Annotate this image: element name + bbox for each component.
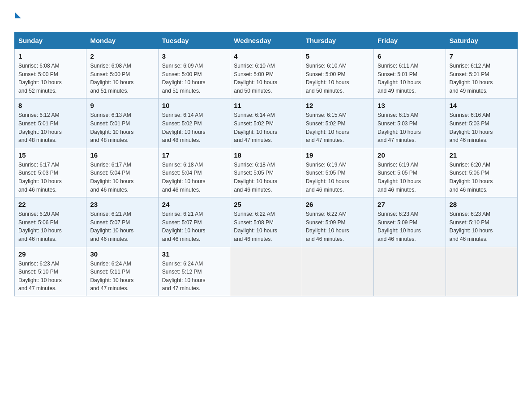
- day-info: Sunrise: 6:17 AMSunset: 5:04 PMDaylight:…: [90, 161, 154, 194]
- calendar-day-cell: 23Sunrise: 6:21 AMSunset: 5:07 PMDayligh…: [86, 197, 158, 247]
- day-info: Sunrise: 6:23 AMSunset: 5:10 PMDaylight:…: [450, 210, 514, 243]
- calendar-day-cell: 19Sunrise: 6:19 AMSunset: 5:05 PMDayligh…: [302, 148, 373, 197]
- day-info: Sunrise: 6:19 AMSunset: 5:05 PMDaylight:…: [378, 161, 442, 194]
- logo: [14, 11, 21, 24]
- day-number: 22: [18, 201, 82, 208]
- calendar-day-cell: 18Sunrise: 6:18 AMSunset: 5:05 PMDayligh…: [230, 148, 302, 197]
- day-number: 14: [450, 102, 514, 109]
- day-number: 20: [378, 151, 442, 159]
- calendar-day-cell: 11Sunrise: 6:14 AMSunset: 5:02 PMDayligh…: [230, 98, 302, 148]
- day-info: Sunrise: 6:12 AMSunset: 5:01 PMDaylight:…: [18, 111, 82, 144]
- calendar-day-cell: 16Sunrise: 6:17 AMSunset: 5:04 PMDayligh…: [86, 148, 158, 197]
- day-number: 27: [378, 201, 442, 208]
- calendar-day-cell: 1Sunrise: 6:08 AMSunset: 5:00 PMDaylight…: [15, 49, 86, 98]
- day-number: 12: [306, 102, 370, 109]
- day-number: 8: [18, 102, 82, 109]
- day-info: Sunrise: 6:11 AMSunset: 5:01 PMDaylight:…: [378, 62, 442, 95]
- calendar-table: SundayMondayTuesdayWednesdayThursdayFrid…: [14, 32, 518, 296]
- day-number: 24: [162, 201, 226, 208]
- calendar-day-cell: [230, 247, 302, 296]
- weekday-header-row: SundayMondayTuesdayWednesdayThursdayFrid…: [15, 32, 518, 49]
- calendar-day-cell: 22Sunrise: 6:20 AMSunset: 5:06 PMDayligh…: [15, 197, 86, 247]
- day-info: Sunrise: 6:23 AMSunset: 5:10 PMDaylight:…: [18, 260, 82, 293]
- calendar-day-cell: 5Sunrise: 6:10 AMSunset: 5:00 PMDaylight…: [302, 49, 373, 98]
- day-info: Sunrise: 6:14 AMSunset: 5:02 PMDaylight:…: [234, 111, 298, 144]
- day-number: 31: [162, 250, 226, 258]
- calendar-day-cell: 9Sunrise: 6:13 AMSunset: 5:01 PMDaylight…: [86, 98, 158, 148]
- day-info: Sunrise: 6:22 AMSunset: 5:08 PMDaylight:…: [234, 210, 298, 243]
- day-number: 13: [378, 102, 442, 109]
- day-number: 30: [90, 250, 154, 258]
- calendar-day-cell: 30Sunrise: 6:24 AMSunset: 5:11 PMDayligh…: [86, 247, 158, 296]
- weekday-header-wednesday: Wednesday: [230, 32, 302, 49]
- calendar-day-cell: [302, 247, 373, 296]
- day-info: Sunrise: 6:10 AMSunset: 5:00 PMDaylight:…: [306, 62, 370, 95]
- day-info: Sunrise: 6:22 AMSunset: 5:09 PMDaylight:…: [306, 210, 370, 243]
- day-number: 21: [450, 151, 514, 159]
- day-info: Sunrise: 6:20 AMSunset: 5:06 PMDaylight:…: [18, 210, 82, 243]
- calendar-day-cell: 4Sunrise: 6:10 AMSunset: 5:00 PMDaylight…: [230, 49, 302, 98]
- calendar-day-cell: 20Sunrise: 6:19 AMSunset: 5:05 PMDayligh…: [374, 148, 446, 197]
- calendar-day-cell: 25Sunrise: 6:22 AMSunset: 5:08 PMDayligh…: [230, 197, 302, 247]
- page-header: [14, 11, 518, 24]
- calendar-day-cell: 21Sunrise: 6:20 AMSunset: 5:06 PMDayligh…: [446, 148, 517, 197]
- weekday-header-tuesday: Tuesday: [158, 32, 230, 49]
- weekday-header-monday: Monday: [86, 32, 158, 49]
- calendar-day-cell: 14Sunrise: 6:16 AMSunset: 5:03 PMDayligh…: [446, 98, 517, 148]
- calendar-week-row: 8Sunrise: 6:12 AMSunset: 5:01 PMDaylight…: [15, 98, 518, 148]
- day-number: 11: [234, 102, 298, 109]
- day-info: Sunrise: 6:15 AMSunset: 5:02 PMDaylight:…: [306, 111, 370, 144]
- weekday-header-saturday: Saturday: [446, 32, 517, 49]
- calendar-day-cell: 7Sunrise: 6:12 AMSunset: 5:01 PMDaylight…: [446, 49, 517, 98]
- calendar-day-cell: 13Sunrise: 6:15 AMSunset: 5:03 PMDayligh…: [374, 98, 446, 148]
- calendar-day-cell: 15Sunrise: 6:17 AMSunset: 5:03 PMDayligh…: [15, 148, 86, 197]
- day-number: 16: [90, 151, 154, 159]
- day-info: Sunrise: 6:21 AMSunset: 5:07 PMDaylight:…: [90, 210, 154, 243]
- day-number: 23: [90, 201, 154, 208]
- day-info: Sunrise: 6:18 AMSunset: 5:04 PMDaylight:…: [162, 161, 226, 194]
- day-number: 10: [162, 102, 226, 109]
- day-info: Sunrise: 6:13 AMSunset: 5:01 PMDaylight:…: [90, 111, 154, 144]
- calendar-day-cell: 24Sunrise: 6:21 AMSunset: 5:07 PMDayligh…: [158, 197, 230, 247]
- day-info: Sunrise: 6:14 AMSunset: 5:02 PMDaylight:…: [162, 111, 226, 144]
- weekday-header-thursday: Thursday: [302, 32, 373, 49]
- calendar-day-cell: 12Sunrise: 6:15 AMSunset: 5:02 PMDayligh…: [302, 98, 373, 148]
- day-number: 6: [378, 52, 442, 60]
- day-info: Sunrise: 6:24 AMSunset: 5:12 PMDaylight:…: [162, 260, 226, 293]
- day-info: Sunrise: 6:10 AMSunset: 5:00 PMDaylight:…: [234, 62, 298, 95]
- day-info: Sunrise: 6:20 AMSunset: 5:06 PMDaylight:…: [450, 161, 514, 194]
- weekday-header-friday: Friday: [374, 32, 446, 49]
- calendar-day-cell: 17Sunrise: 6:18 AMSunset: 5:04 PMDayligh…: [158, 148, 230, 197]
- day-info: Sunrise: 6:09 AMSunset: 5:00 PMDaylight:…: [162, 62, 226, 95]
- day-info: Sunrise: 6:16 AMSunset: 5:03 PMDaylight:…: [450, 111, 514, 144]
- day-number: 19: [306, 151, 370, 159]
- calendar-week-row: 29Sunrise: 6:23 AMSunset: 5:10 PMDayligh…: [15, 247, 518, 296]
- weekday-header-sunday: Sunday: [15, 32, 86, 49]
- calendar-day-cell: 8Sunrise: 6:12 AMSunset: 5:01 PMDaylight…: [15, 98, 86, 148]
- calendar-day-cell: 10Sunrise: 6:14 AMSunset: 5:02 PMDayligh…: [158, 98, 230, 148]
- day-info: Sunrise: 6:24 AMSunset: 5:11 PMDaylight:…: [90, 260, 154, 293]
- day-number: 28: [450, 201, 514, 208]
- calendar-day-cell: 31Sunrise: 6:24 AMSunset: 5:12 PMDayligh…: [158, 247, 230, 296]
- day-info: Sunrise: 6:23 AMSunset: 5:09 PMDaylight:…: [378, 210, 442, 243]
- day-number: 17: [162, 151, 226, 159]
- day-number: 3: [162, 52, 226, 60]
- calendar-day-cell: 2Sunrise: 6:08 AMSunset: 5:00 PMDaylight…: [86, 49, 158, 98]
- day-number: 4: [234, 52, 298, 60]
- calendar-day-cell: 26Sunrise: 6:22 AMSunset: 5:09 PMDayligh…: [302, 197, 373, 247]
- day-info: Sunrise: 6:12 AMSunset: 5:01 PMDaylight:…: [450, 62, 514, 95]
- day-number: 18: [234, 151, 298, 159]
- day-info: Sunrise: 6:08 AMSunset: 5:00 PMDaylight:…: [90, 62, 154, 95]
- day-number: 7: [450, 52, 514, 60]
- day-number: 1: [18, 52, 82, 60]
- day-number: 5: [306, 52, 370, 60]
- calendar-day-cell: [374, 247, 446, 296]
- day-info: Sunrise: 6:19 AMSunset: 5:05 PMDaylight:…: [306, 161, 370, 194]
- day-number: 2: [90, 52, 154, 60]
- calendar-day-cell: 29Sunrise: 6:23 AMSunset: 5:10 PMDayligh…: [15, 247, 86, 296]
- day-info: Sunrise: 6:21 AMSunset: 5:07 PMDaylight:…: [162, 210, 226, 243]
- day-number: 26: [306, 201, 370, 208]
- logo-arrow-icon: [15, 13, 21, 18]
- day-number: 25: [234, 201, 298, 208]
- calendar-day-cell: 6Sunrise: 6:11 AMSunset: 5:01 PMDaylight…: [374, 49, 446, 98]
